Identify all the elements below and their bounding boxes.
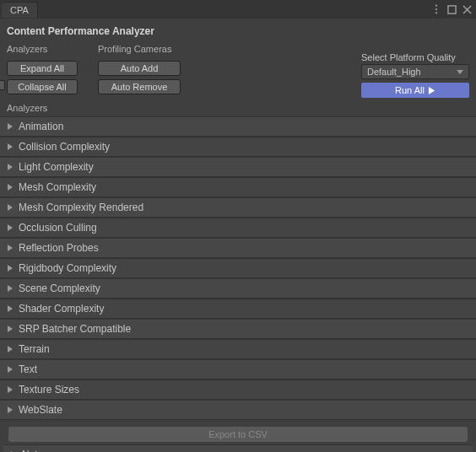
caret-right-icon (7, 285, 17, 292)
analyzers-list: AnimationCollision ComplexityLight Compl… (0, 116, 476, 420)
auto-remove-button[interactable]: Auto Remove (98, 79, 181, 94)
analyzer-label: Light Complexity (19, 161, 94, 173)
analyzer-label: Reflection Probes (19, 242, 99, 254)
left-edge-handle[interactable] (0, 80, 5, 90)
note-item[interactable]: Note (3, 444, 473, 452)
analyzer-item[interactable]: Collision Complexity (0, 137, 476, 157)
titlebar: CPA (0, 0, 476, 19)
caret-right-icon (7, 406, 17, 413)
analyzer-label: Shader Complexity (19, 303, 104, 315)
caret-right-icon (7, 326, 17, 332)
collapse-all-button[interactable]: Collapse All (7, 79, 78, 94)
analyzers-section-label: Analyzers (7, 42, 78, 57)
window-tab[interactable]: CPA (2, 2, 38, 18)
caret-right-icon (7, 164, 17, 170)
analyzer-item[interactable]: Reflection Probes (0, 238, 476, 258)
auto-add-button[interactable]: Auto Add (98, 61, 181, 76)
analyzer-item[interactable]: WebSlate (0, 400, 476, 420)
analyzer-item[interactable]: Rigidbody Complexity (0, 258, 476, 278)
analyzer-item[interactable]: Scene Complexity (0, 278, 476, 299)
caret-right-icon (7, 386, 17, 393)
analyzer-item[interactable]: Texture Sizes (0, 379, 476, 400)
analyzer-item[interactable]: Mesh Complexity Rendered (0, 197, 476, 218)
analyzer-label: Collision Complexity (19, 141, 110, 153)
analyzer-label: Animation (19, 121, 63, 132)
platform-quality-label: Select Platform Quality (361, 52, 469, 64)
content-area: Content Performance Analyzer Analyzers E… (0, 19, 476, 452)
analyzer-label: SRP Batcher Compatible (19, 323, 131, 335)
analyzer-item[interactable]: Light Complexity (0, 157, 476, 177)
analyzer-label: Occlusion Culling (19, 222, 97, 234)
export-csv-button[interactable]: Export to CSV (8, 427, 468, 442)
page-title: Content Performance Analyzer (0, 19, 476, 42)
analyzer-label: Text (19, 363, 37, 375)
analyzer-item[interactable]: Terrain (0, 339, 476, 359)
analyzers-list-header: Analyzers (0, 98, 476, 116)
caret-right-icon (7, 366, 17, 373)
caret-right-icon (7, 184, 17, 191)
chevron-down-icon (457, 67, 463, 77)
analyzer-item[interactable]: Shader Complexity (0, 299, 476, 319)
analyzer-item[interactable]: Occlusion Culling (0, 218, 476, 238)
caret-right-icon (7, 305, 17, 312)
expand-all-button[interactable]: Expand All (7, 61, 78, 76)
cameras-section-label: Profiling Cameras (98, 42, 181, 57)
svg-point-0 (435, 5, 437, 7)
caret-right-icon (7, 143, 17, 150)
caret-right-icon (7, 245, 17, 251)
controls-row: Analyzers Expand All Collapse All Profil… (0, 42, 476, 98)
analyzer-item[interactable]: Mesh Complexity (0, 177, 476, 197)
analyzer-label: Rigidbody Complexity (19, 262, 116, 274)
caret-right-icon (7, 204, 17, 211)
analyzer-label: Scene Complexity (19, 282, 100, 294)
play-icon (428, 87, 435, 94)
analyzer-label: Mesh Complexity Rendered (19, 202, 143, 213)
analyzer-item[interactable]: Animation (0, 116, 476, 137)
caret-right-icon (7, 265, 17, 272)
analyzer-item[interactable]: Text (0, 359, 476, 379)
analyzer-label: Terrain (19, 343, 50, 355)
close-icon[interactable] (461, 3, 473, 15)
svg-rect-3 (447, 5, 455, 13)
svg-point-2 (435, 12, 437, 13)
analyzer-label: Mesh Complexity (19, 181, 96, 193)
run-all-label: Run All (395, 85, 425, 95)
run-all-button[interactable]: Run All (361, 83, 469, 98)
note-label: Note (22, 449, 43, 452)
caret-right-icon (7, 123, 17, 130)
analyzer-label: WebSlate (19, 404, 62, 416)
caret-right-icon (7, 346, 17, 352)
kebab-menu-icon[interactable] (430, 3, 442, 15)
analyzer-label: Texture Sizes (19, 384, 79, 396)
platform-quality-dropdown[interactable]: Default_High (361, 64, 469, 79)
caret-right-icon (7, 224, 17, 231)
dropdown-value: Default_High (367, 67, 421, 77)
maximize-icon[interactable] (446, 3, 457, 15)
svg-point-1 (435, 8, 437, 10)
analyzer-item[interactable]: SRP Batcher Compatible (0, 319, 476, 339)
